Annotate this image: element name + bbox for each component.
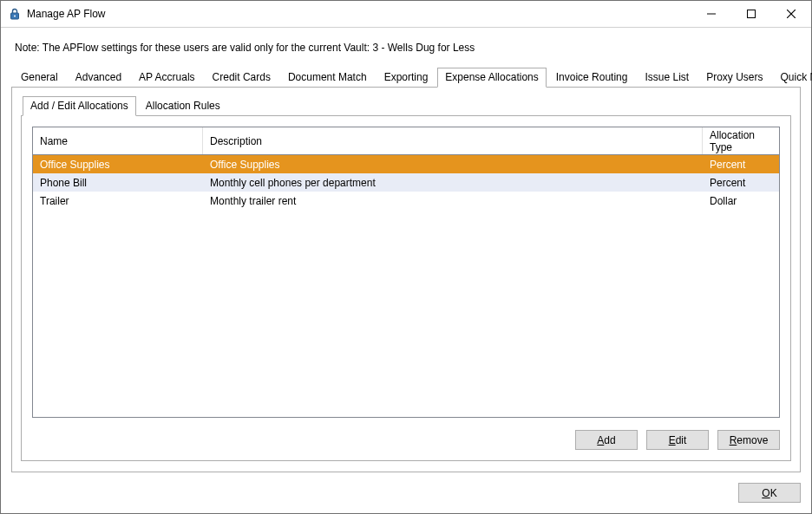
svg-point-1 bbox=[14, 16, 16, 17]
close-button[interactable] bbox=[771, 1, 811, 27]
tab-proxy-users[interactable]: Proxy Users bbox=[698, 68, 770, 87]
tab-advanced[interactable]: Advanced bbox=[68, 68, 129, 87]
sub-tabstrip: Add / Edit AllocationsAllocation Rules bbox=[21, 96, 791, 115]
table-row[interactable]: Phone BillMonthly cell phones per depart… bbox=[33, 173, 779, 192]
subtab-add-edit-allocations[interactable]: Add / Edit Allocations bbox=[23, 96, 136, 116]
cell-type: Dollar bbox=[703, 195, 779, 207]
main-tabpanel: Add / Edit AllocationsAllocation Rules N… bbox=[11, 87, 801, 472]
ok-button[interactable]: OK bbox=[738, 483, 801, 503]
cell-description: Monthly trailer rent bbox=[203, 195, 703, 207]
cell-description: Office Supplies bbox=[203, 159, 703, 171]
window-title: Manage AP Flow bbox=[27, 8, 106, 20]
tab-exporting[interactable]: Exporting bbox=[377, 68, 436, 87]
tab-ap-accruals[interactable]: AP Accruals bbox=[131, 68, 202, 87]
maximize-button[interactable] bbox=[731, 1, 771, 27]
note-text: Note: The APFlow settings for these user… bbox=[15, 42, 797, 54]
table-row[interactable]: Office SuppliesOffice SuppliesPercent bbox=[33, 155, 779, 173]
add-button[interactable]: Add bbox=[575, 430, 638, 450]
tab-credit-cards[interactable]: Credit Cards bbox=[205, 68, 278, 87]
subtab-allocation-rules[interactable]: Allocation Rules bbox=[138, 96, 228, 115]
remove-button[interactable]: Remove bbox=[717, 430, 780, 450]
sub-tabpanel: Name Description Allocation Type Office … bbox=[21, 115, 791, 461]
titlebar: Manage AP Flow bbox=[1, 1, 811, 28]
main-tabstrip: GeneralAdvancedAP AccrualsCredit CardsDo… bbox=[11, 68, 801, 87]
table-body: Office SuppliesOffice SuppliesPercentPho… bbox=[33, 155, 779, 417]
cell-name: Trailer bbox=[33, 195, 203, 207]
client-area: Note: The APFlow settings for these user… bbox=[1, 28, 811, 513]
table-row[interactable]: TrailerMonthly trailer rentDollar bbox=[33, 192, 779, 210]
tab-expense-allocations[interactable]: Expense Allocations bbox=[437, 68, 546, 88]
tab-invoice-routing[interactable]: Invoice Routing bbox=[548, 68, 636, 87]
tab-document-match[interactable]: Document Match bbox=[280, 68, 375, 87]
cell-type: Percent bbox=[703, 159, 779, 171]
cell-name: Phone Bill bbox=[33, 177, 203, 189]
dialog-footer: OK bbox=[11, 472, 801, 503]
tab-quick-notes[interactable]: Quick Notes bbox=[773, 68, 813, 87]
tab-issue-list[interactable]: Issue List bbox=[637, 68, 697, 87]
cell-name: Office Supplies bbox=[33, 159, 203, 171]
col-header-description[interactable]: Description bbox=[203, 127, 703, 154]
minimize-button[interactable] bbox=[691, 1, 731, 27]
app-lock-icon bbox=[8, 7, 22, 21]
col-header-name[interactable]: Name bbox=[33, 127, 203, 154]
col-header-type[interactable]: Allocation Type bbox=[703, 127, 779, 154]
window: Manage AP Flow Note: The APFlow settings… bbox=[0, 0, 812, 514]
svg-rect-3 bbox=[748, 10, 756, 18]
allocations-table: Name Description Allocation Type Office … bbox=[32, 127, 780, 418]
cell-type: Percent bbox=[703, 177, 779, 189]
cell-description: Monthly cell phones per department bbox=[203, 177, 703, 189]
table-header: Name Description Allocation Type bbox=[33, 127, 779, 155]
tab-general[interactable]: General bbox=[13, 68, 66, 87]
edit-button[interactable]: Edit bbox=[646, 430, 709, 450]
row-actions: Add Edit Remove bbox=[32, 430, 780, 450]
